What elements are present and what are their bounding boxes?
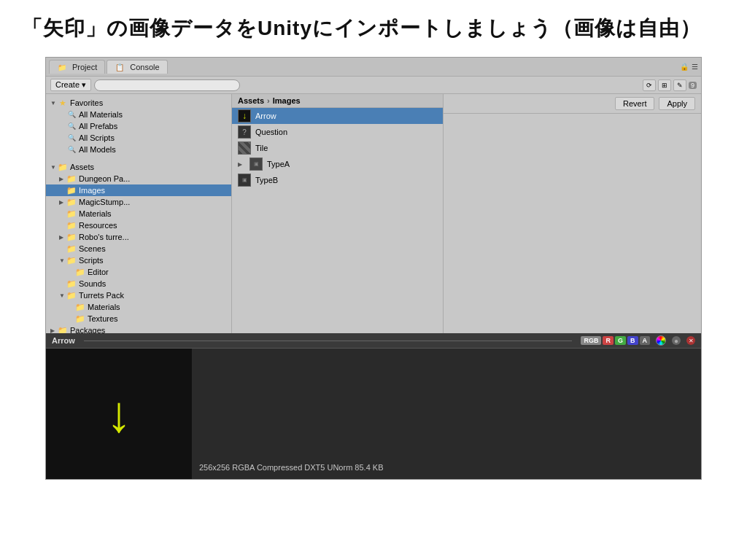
typeB-thumb-icon: ▣ <box>242 177 247 183</box>
tab-bar: 📁 Project 📋 Console 🔒 ☰ <box>46 58 701 77</box>
inspector-content <box>444 114 701 333</box>
favorites-section: Favorites All Materials All Prefabs All … <box>46 94 231 158</box>
file-item-question[interactable]: ? Question <box>232 124 443 140</box>
magic-stump-item[interactable]: MagicStump... <box>46 196 231 208</box>
typeA-label: TypeA <box>267 160 290 168</box>
turrets-tex-item[interactable]: Textures <box>46 313 231 324</box>
turrets-arrow <box>59 292 66 299</box>
channel-g[interactable]: G <box>615 336 626 345</box>
search-sm-icon-1 <box>66 109 77 120</box>
res-folder-icon <box>66 220 77 230</box>
icon-btn-3[interactable]: ✎ <box>673 79 686 91</box>
file-item-arrow[interactable]: ↓ Arrow <box>232 108 443 124</box>
apply-button[interactable]: Apply <box>659 97 695 110</box>
question-thumbnail: ? <box>238 125 251 139</box>
lock-area: 🔒 ☰ <box>680 63 698 71</box>
assets-folder-icon <box>58 162 68 172</box>
favorites-header[interactable]: Favorites <box>46 97 231 109</box>
breadcrumb-sep: › <box>267 96 270 105</box>
search-input[interactable] <box>94 79 240 91</box>
packages-folder-icon <box>58 325 68 333</box>
scripts-folder-icon <box>66 255 77 265</box>
scenes-item[interactable]: Scenes <box>46 243 231 254</box>
favorites-label: Favorites <box>70 98 103 107</box>
packages-item[interactable]: Packages <box>46 324 231 333</box>
scenes-label: Scenes <box>79 244 106 253</box>
robos-arrow <box>59 234 66 241</box>
resources-item[interactable]: Resources <box>46 219 231 231</box>
file-item-typeA[interactable]: ▣ TypeA <box>232 156 443 172</box>
tile-thumbnail <box>238 141 251 155</box>
dungeon-arrow <box>59 176 66 182</box>
file-item-typeB[interactable]: ▣ TypeB <box>232 172 443 188</box>
preview-close-btn[interactable]: ● <box>672 336 681 345</box>
star-icon <box>58 98 68 108</box>
scenes-folder-icon <box>66 244 77 254</box>
color-picker-icon[interactable] <box>656 335 666 346</box>
inspector-panel: Revert Apply <box>444 94 701 333</box>
packages-label: Packages <box>70 326 105 333</box>
scripts-item[interactable]: Scripts <box>46 254 231 266</box>
robos-turrets-item[interactable]: Robo's turre... <box>46 231 231 243</box>
toolbar: Create ▾ ⟳ ⊞ ✎ 9 <box>46 77 701 94</box>
arrow-thumb-icon: ↓ <box>242 111 247 121</box>
tile-label: Tile <box>255 144 268 152</box>
editor-folder-icon <box>75 267 85 277</box>
all-models-label: All Models <box>79 145 116 154</box>
all-scripts-label: All Scripts <box>79 133 115 142</box>
arrow-label: Arrow <box>255 112 276 120</box>
scripts-label: Scripts <box>79 256 104 265</box>
tab-console-label: Console <box>130 63 159 71</box>
robos-folder-icon <box>66 232 77 242</box>
magic-arrow <box>59 199 66 206</box>
page-title: 「矢印」の画像データをUnityにインポートしましょう（画像は自由） <box>0 0 747 50</box>
revert-button[interactable]: Revert <box>615 97 654 110</box>
robos-turrets-label: Robo's turre... <box>79 233 129 241</box>
sounds-item[interactable]: Sounds <box>46 278 231 289</box>
lock-icon: 🔒 <box>680 63 689 71</box>
channel-b[interactable]: B <box>627 336 638 345</box>
sounds-label: Sounds <box>79 279 106 288</box>
preview-panel: Arrow RGB R G B A ● ✕ ↓ 256x256 RGBA Com… <box>46 333 701 479</box>
all-prefabs-item[interactable]: All Prefabs <box>46 120 231 132</box>
editor-item[interactable]: Editor <box>46 266 231 278</box>
question-thumb-icon: ? <box>242 128 247 136</box>
sounds-folder-icon <box>66 279 77 289</box>
turrets-pack-item[interactable]: Turrets Pack <box>46 289 231 301</box>
search-sm-icon-3 <box>66 133 77 143</box>
materials-item[interactable]: Materials <box>46 208 231 219</box>
turrets-tex-icon <box>75 314 85 324</box>
channel-rgb[interactable]: RGB <box>581 336 601 345</box>
assets-arrow <box>50 164 58 171</box>
tab-project[interactable]: 📁 Project <box>49 60 105 74</box>
file-list-panel: Assets › Images ↓ Arrow ? Question Tile <box>232 94 444 333</box>
images-folder-icon <box>66 185 77 195</box>
preview-divider <box>84 341 573 341</box>
tab-project-label: Project <box>72 63 97 71</box>
unity-window: 📁 Project 📋 Console 🔒 ☰ Create ▾ ⟳ ⊞ ✎ 9 <box>45 57 702 480</box>
preview-x-btn[interactable]: ✕ <box>686 336 695 345</box>
channel-a[interactable]: A <box>640 336 651 345</box>
packages-arrow <box>50 327 58 334</box>
channel-buttons: RGB R G B A <box>581 336 650 345</box>
preview-image-area: ↓ <box>46 349 192 479</box>
preview-meta: 256x256 RGBA Compressed DXT5 UNorm 85.4 … <box>199 463 694 472</box>
dungeon-pack-item[interactable]: Dungeon Pa... <box>46 173 231 184</box>
turrets-mat-item[interactable]: Materials <box>46 301 231 313</box>
all-materials-item[interactable]: All Materials <box>46 109 231 120</box>
resources-label: Resources <box>79 221 117 230</box>
channel-r[interactable]: R <box>603 336 614 345</box>
icon-btn-2[interactable]: ⊞ <box>658 79 671 91</box>
create-button[interactable]: Create ▾ <box>50 79 91 91</box>
preview-header: Arrow RGB R G B A ● ✕ <box>46 333 701 349</box>
dungeon-pack-label: Dungeon Pa... <box>79 174 130 183</box>
toolbar-icons: ⟳ ⊞ ✎ 9 <box>643 79 697 91</box>
all-models-item[interactable]: All Models <box>46 144 231 155</box>
file-item-tile[interactable]: Tile <box>232 140 443 156</box>
tab-console[interactable]: 📋 Console <box>107 60 167 74</box>
images-item[interactable]: Images <box>46 184 231 196</box>
assets-header[interactable]: Assets <box>46 161 231 173</box>
icon-btn-1[interactable]: ⟳ <box>643 79 656 91</box>
all-scripts-item[interactable]: All Scripts <box>46 132 231 144</box>
breadcrumb-images: Images <box>273 96 301 105</box>
